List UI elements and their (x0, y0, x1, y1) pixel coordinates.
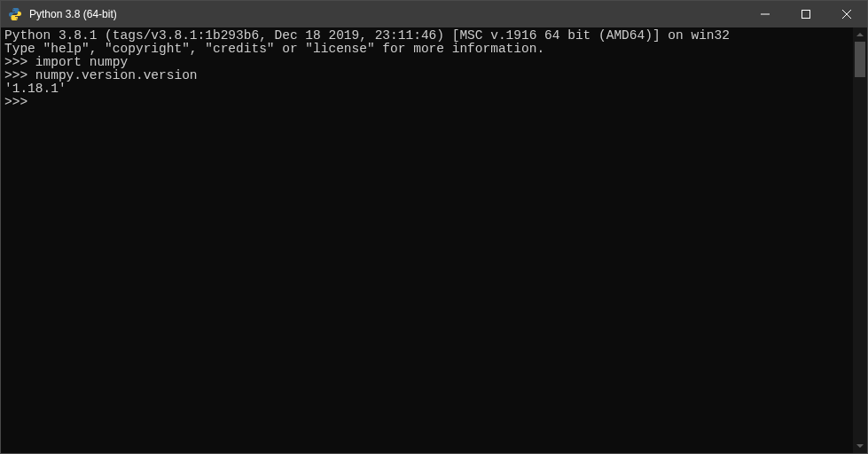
python-icon (8, 7, 22, 21)
terminal-line: Python 3.8.1 (tags/v3.8.1:1b293b6, Dec 1… (4, 29, 849, 43)
scroll-down-arrow-icon[interactable] (853, 439, 867, 453)
terminal-line: Type "help", "copyright", "credits" or "… (4, 43, 849, 56)
terminal-line: >>> import numpy (4, 56, 849, 69)
terminal-line: >>> (4, 96, 849, 109)
terminal-line: '1.18.1' (4, 82, 849, 96)
scroll-up-arrow-icon[interactable] (853, 27, 867, 42)
vertical-scrollbar[interactable] (853, 27, 867, 453)
scroll-track[interactable] (853, 42, 867, 439)
python-repl-window: Python 3.8 (64-bit) Python 3.8.1 (tags/v… (0, 0, 868, 454)
terminal-area: Python 3.8.1 (tags/v3.8.1:1b293b6, Dec 1… (1, 27, 867, 453)
titlebar[interactable]: Python 3.8 (64-bit) (1, 1, 867, 27)
maximize-button[interactable] (786, 1, 826, 27)
scroll-thumb[interactable] (855, 42, 865, 77)
terminal-line: >>> numpy.version.version (4, 69, 849, 82)
terminal-content[interactable]: Python 3.8.1 (tags/v3.8.1:1b293b6, Dec 1… (1, 27, 853, 453)
svg-rect-0 (802, 11, 810, 19)
close-button[interactable] (826, 1, 867, 27)
window-title: Python 3.8 (64-bit) (27, 8, 745, 20)
window-controls (745, 1, 867, 27)
minimize-button[interactable] (745, 1, 786, 27)
